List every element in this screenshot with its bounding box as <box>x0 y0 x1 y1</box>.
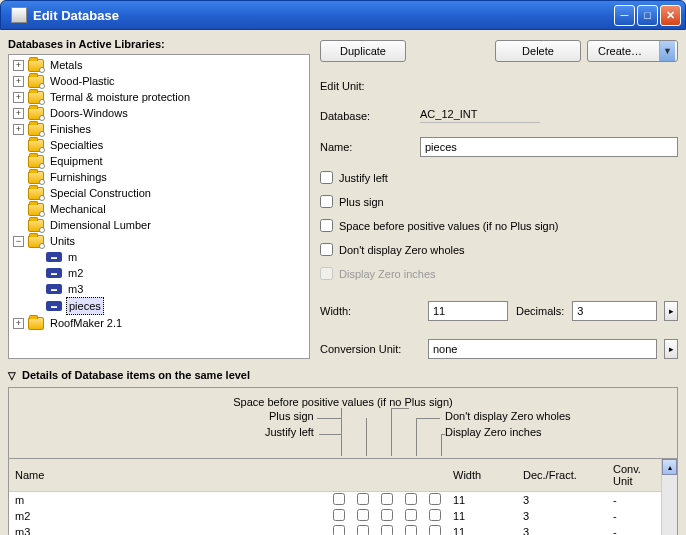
tree-unit-item[interactable]: m2 <box>31 265 307 281</box>
tree-item-label: Specialties <box>48 137 105 153</box>
expander-icon[interactable]: + <box>13 108 24 119</box>
database-value: AC_12_INT <box>420 108 540 123</box>
row-dec: 3 <box>517 508 607 524</box>
row-conv: - <box>607 524 661 535</box>
expander-icon[interactable]: − <box>13 236 24 247</box>
plus-sign-checkbox[interactable] <box>320 195 333 208</box>
tree-item-label: Termal & moisture protection <box>48 89 192 105</box>
titlebar[interactable]: Edit Database ─ □ ✕ <box>0 0 686 30</box>
row-inches-checkbox[interactable] <box>429 509 441 521</box>
conversion-select[interactable]: none <box>428 339 657 359</box>
folder-icon <box>28 317 44 330</box>
row-space-checkbox[interactable] <box>381 525 393 535</box>
row-plus-checkbox[interactable] <box>357 509 369 521</box>
tree-item-label: Dimensional Lumber <box>48 217 153 233</box>
tree-header: Databases in Active Libraries: <box>8 38 310 50</box>
create-dropdown[interactable]: Create… ▼ <box>587 40 678 62</box>
tree-item[interactable]: Equipment <box>13 153 307 169</box>
column-header-diagram: Space before positive values (if no Plus… <box>9 394 677 458</box>
expander-icon[interactable]: + <box>13 92 24 103</box>
decimals-label: Decimals: <box>516 305 564 317</box>
folder-icon <box>28 187 44 200</box>
folder-icon <box>28 107 44 120</box>
row-justify-checkbox[interactable] <box>333 525 345 535</box>
width-input[interactable]: 11 <box>428 301 508 321</box>
justify-left-checkbox[interactable] <box>320 171 333 184</box>
decimals-input[interactable]: 3 <box>572 301 657 321</box>
row-dec: 3 <box>517 524 607 535</box>
minimize-button[interactable]: ─ <box>614 5 635 26</box>
delete-button[interactable]: Delete <box>495 40 581 62</box>
expander-icon[interactable]: + <box>13 318 24 329</box>
decimals-stepper[interactable]: ▸ <box>664 301 678 321</box>
folder-icon <box>28 59 44 72</box>
table-row[interactable]: m3113- <box>9 524 661 535</box>
edit-unit-header: Edit Unit: <box>320 80 678 92</box>
chevron-down-icon: ▼ <box>659 41 675 61</box>
expander-icon[interactable]: + <box>13 76 24 87</box>
tree-item[interactable]: Mechanical <box>13 201 307 217</box>
tree-item[interactable]: Furnishings <box>13 169 307 185</box>
tree-item[interactable]: +RoofMaker 2.1 <box>13 315 307 331</box>
space-positive-checkbox[interactable] <box>320 219 333 232</box>
tree-unit-item[interactable]: pieces <box>31 297 307 315</box>
row-dec: 3 <box>517 492 607 509</box>
table-row[interactable]: m2113- <box>9 508 661 524</box>
row-plus-checkbox[interactable] <box>357 493 369 505</box>
zero-wholes-checkbox[interactable] <box>320 243 333 256</box>
expander-icon[interactable]: + <box>13 124 24 135</box>
unit-icon <box>46 252 62 262</box>
scroll-up-icon[interactable]: ▴ <box>662 459 677 475</box>
tree-unit-item[interactable]: m <box>31 249 307 265</box>
unit-icon <box>46 284 62 294</box>
tree-item[interactable]: +Termal & moisture protection <box>13 89 307 105</box>
expander-icon[interactable]: + <box>13 60 24 71</box>
close-button[interactable]: ✕ <box>660 5 681 26</box>
row-plus-checkbox[interactable] <box>357 525 369 535</box>
row-justify-checkbox[interactable] <box>333 509 345 521</box>
row-inches-checkbox[interactable] <box>429 493 441 505</box>
tree-item-label: Equipment <box>48 153 105 169</box>
tree-item[interactable]: Specialties <box>13 137 307 153</box>
row-justify-checkbox[interactable] <box>333 493 345 505</box>
row-zero-checkbox[interactable] <box>405 525 417 535</box>
tree-item-label: pieces <box>66 297 104 315</box>
tree-item-label: RoofMaker 2.1 <box>48 315 124 331</box>
details-header: Details of Database items on the same le… <box>22 369 250 381</box>
vertical-scrollbar[interactable]: ▴ ▾ <box>661 459 677 535</box>
conversion-dropdown-icon[interactable]: ▸ <box>664 339 678 359</box>
details-table[interactable]: Name Width Dec./Fract. Conv. Unit m113-m… <box>9 459 661 535</box>
app-icon <box>11 7 27 23</box>
folder-icon <box>28 123 44 136</box>
database-tree[interactable]: +Metals+Wood-Plastic+Termal & moisture p… <box>8 54 310 359</box>
table-row[interactable]: m113- <box>9 492 661 509</box>
tree-item[interactable]: +Doors-Windows <box>13 105 307 121</box>
tree-item-units[interactable]: −Unitsmm2m3pieces <box>13 233 307 315</box>
folder-icon <box>28 219 44 232</box>
row-zero-checkbox[interactable] <box>405 493 417 505</box>
tree-item-label: Finishes <box>48 121 93 137</box>
unit-icon <box>46 268 62 278</box>
tree-item[interactable]: +Finishes <box>13 121 307 137</box>
tree-item[interactable]: Dimensional Lumber <box>13 217 307 233</box>
row-conv: - <box>607 492 661 509</box>
duplicate-button[interactable]: Duplicate <box>320 40 406 62</box>
name-label: Name: <box>320 141 420 153</box>
folder-icon <box>28 139 44 152</box>
row-conv: - <box>607 508 661 524</box>
tree-item[interactable]: +Metals <box>13 57 307 73</box>
collapse-icon[interactable]: ▽ <box>8 370 16 381</box>
row-space-checkbox[interactable] <box>381 493 393 505</box>
row-zero-checkbox[interactable] <box>405 509 417 521</box>
row-space-checkbox[interactable] <box>381 509 393 521</box>
tree-item[interactable]: Special Construction <box>13 185 307 201</box>
row-width: 11 <box>447 508 517 524</box>
name-input[interactable] <box>420 137 678 157</box>
tree-item-label: Special Construction <box>48 185 153 201</box>
maximize-button[interactable]: □ <box>637 5 658 26</box>
tree-item[interactable]: +Wood-Plastic <box>13 73 307 89</box>
row-inches-checkbox[interactable] <box>429 525 441 535</box>
unit-icon <box>46 301 62 311</box>
tree-unit-item[interactable]: m3 <box>31 281 307 297</box>
window-title: Edit Database <box>33 8 614 23</box>
